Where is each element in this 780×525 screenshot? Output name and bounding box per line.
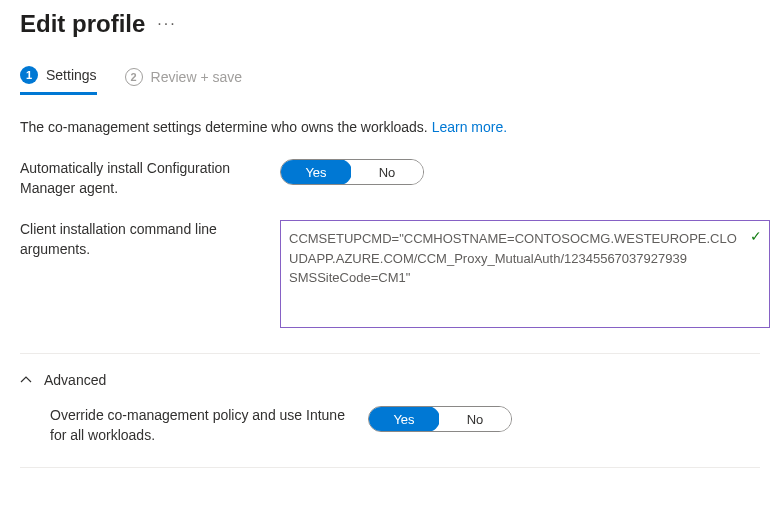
auto-install-toggle[interactable]: Yes No: [280, 159, 424, 185]
tab-label: Settings: [46, 67, 97, 83]
toggle-yes[interactable]: Yes: [280, 159, 352, 185]
tab-step-number: 1: [20, 66, 38, 84]
learn-more-link[interactable]: Learn more.: [432, 119, 507, 135]
toggle-no[interactable]: No: [439, 407, 511, 431]
toggle-no[interactable]: No: [351, 160, 423, 184]
wizard-tabs: 1 Settings 2 Review + save: [20, 66, 760, 95]
advanced-title: Advanced: [44, 372, 106, 388]
divider: [20, 467, 760, 468]
tab-review-save[interactable]: 2 Review + save: [125, 66, 242, 95]
cmd-line-input[interactable]: [280, 220, 770, 328]
toggle-yes[interactable]: Yes: [368, 406, 440, 432]
tab-step-number: 2: [125, 68, 143, 86]
divider: [20, 353, 760, 354]
more-options-button[interactable]: ···: [157, 15, 176, 33]
validation-check-icon: ✓: [750, 228, 762, 244]
tab-settings[interactable]: 1 Settings: [20, 66, 97, 95]
description-text: The co-management settings determine who…: [20, 119, 760, 135]
auto-install-label: Automatically install Configuration Mana…: [20, 159, 280, 198]
page-title: Edit profile: [20, 10, 145, 38]
override-toggle[interactable]: Yes No: [368, 406, 512, 432]
chevron-up-icon: [20, 373, 32, 387]
cmd-line-label: Client installation command line argumen…: [20, 220, 280, 259]
advanced-section-toggle[interactable]: Advanced: [20, 372, 760, 388]
override-label: Override co-management policy and use In…: [50, 406, 368, 445]
tab-label: Review + save: [151, 69, 242, 85]
description-span: The co-management settings determine who…: [20, 119, 432, 135]
